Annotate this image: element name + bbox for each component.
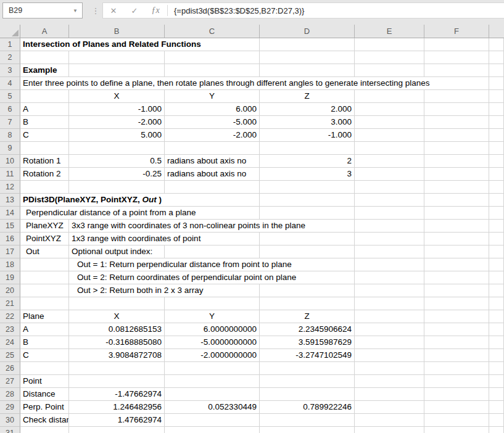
row-header-15[interactable]: 15 bbox=[0, 220, 20, 233]
row-header-21[interactable]: 21 bbox=[0, 297, 20, 310]
cell-B29[interactable]: 1.246482956 bbox=[69, 401, 165, 414]
cell-E25[interactable] bbox=[355, 349, 424, 362]
cell-G21[interactable] bbox=[489, 297, 504, 310]
cell-D1[interactable] bbox=[260, 38, 355, 51]
row-header-22[interactable]: 22 bbox=[0, 310, 20, 323]
cell-C25[interactable]: -2.0000000000 bbox=[165, 349, 260, 362]
cell-G24[interactable] bbox=[489, 336, 504, 349]
cell-B27[interactable] bbox=[69, 375, 165, 388]
cell-G7[interactable] bbox=[489, 116, 504, 129]
cell-A1[interactable]: Intersection of Planes and Related Funct… bbox=[20, 38, 260, 51]
cell-A10[interactable]: Rotation 1 bbox=[20, 155, 69, 168]
cell-D10[interactable]: 2 bbox=[260, 155, 355, 168]
cell-E30[interactable] bbox=[355, 414, 424, 427]
cell-F18[interactable] bbox=[424, 258, 489, 271]
cell-G14[interactable] bbox=[489, 207, 504, 220]
col-header-A[interactable]: A bbox=[20, 25, 69, 38]
cell-F20[interactable] bbox=[424, 284, 489, 297]
cell-F14[interactable] bbox=[424, 207, 489, 220]
cell-F2[interactable] bbox=[424, 51, 489, 64]
cell-C8[interactable]: -2.000 bbox=[165, 129, 260, 142]
cell-A12[interactable] bbox=[20, 181, 69, 194]
cell-G4[interactable] bbox=[489, 77, 504, 90]
cell-D6[interactable]: 2.000 bbox=[260, 103, 355, 116]
cell-D12[interactable] bbox=[260, 181, 355, 194]
cell-A27[interactable]: Point bbox=[20, 375, 69, 388]
formula-bar-drag-handle-icon[interactable]: ⋮ bbox=[91, 2, 100, 19]
cell-D13[interactable] bbox=[260, 194, 355, 207]
cell-A16[interactable]: PointXYZ bbox=[20, 233, 69, 245]
cell-C22[interactable]: Y bbox=[165, 310, 260, 323]
cell-E23[interactable] bbox=[355, 323, 424, 336]
cell-D22[interactable]: Z bbox=[260, 310, 355, 323]
cell-A29[interactable]: Perp. Point bbox=[20, 401, 69, 414]
cell-G6[interactable] bbox=[489, 103, 504, 116]
cell-A28[interactable]: Distance bbox=[20, 388, 69, 401]
cell-G1[interactable] bbox=[489, 38, 504, 51]
row-header-30[interactable]: 30 bbox=[0, 414, 20, 427]
cell-A25[interactable]: C bbox=[20, 349, 69, 362]
cell-G30[interactable] bbox=[489, 414, 504, 427]
cell-C5[interactable]: Y bbox=[165, 90, 260, 103]
cell-E2[interactable] bbox=[355, 51, 424, 64]
row-header-18[interactable]: 18 bbox=[0, 258, 20, 271]
cell-E12[interactable] bbox=[355, 181, 424, 194]
cell-B16[interactable]: 1x3 range with coordinates of point bbox=[69, 233, 260, 245]
cell-A13[interactable]: PDist3D(PlaneXYZ, PointXYZ, Out ) bbox=[20, 194, 260, 207]
cell-B10[interactable]: 0.5 bbox=[69, 155, 165, 168]
enter-icon[interactable]: ✓ bbox=[124, 6, 145, 15]
cell-G19[interactable] bbox=[489, 271, 504, 284]
row-header-1[interactable]: 1 bbox=[0, 38, 20, 51]
cell-D3[interactable] bbox=[260, 64, 355, 77]
cell-A3[interactable]: Example bbox=[20, 64, 69, 77]
col-header-B[interactable]: B bbox=[69, 25, 165, 38]
cell-D26[interactable] bbox=[260, 362, 355, 375]
cell-D31[interactable] bbox=[260, 427, 355, 433]
cell-G28[interactable] bbox=[489, 388, 504, 401]
cell-B23[interactable]: 0.0812685153 bbox=[69, 323, 165, 336]
cell-B6[interactable]: -1.000 bbox=[69, 103, 165, 116]
col-header-C[interactable]: C bbox=[165, 25, 260, 38]
cell-C3[interactable] bbox=[165, 64, 260, 77]
cell-F29[interactable] bbox=[424, 401, 489, 414]
row-header-8[interactable]: 8 bbox=[0, 129, 20, 142]
cell-A8[interactable]: C bbox=[20, 129, 69, 142]
cell-B22[interactable]: X bbox=[69, 310, 165, 323]
cell-F28[interactable] bbox=[424, 388, 489, 401]
row-header-12[interactable]: 12 bbox=[0, 181, 20, 194]
row-header-3[interactable]: 3 bbox=[0, 64, 20, 77]
cell-E14[interactable] bbox=[355, 207, 424, 220]
cell-B24[interactable]: -0.3168885080 bbox=[69, 336, 165, 349]
cell-A26[interactable] bbox=[20, 362, 69, 375]
cell-C17[interactable] bbox=[165, 245, 260, 258]
cell-B20[interactable]: Out > 2: Return both in 2 x 3 array bbox=[69, 284, 260, 297]
cell-B8[interactable]: 5.000 bbox=[69, 129, 165, 142]
cell-F11[interactable] bbox=[424, 168, 489, 181]
cell-D25[interactable]: -3.2747102549 bbox=[260, 349, 355, 362]
col-header-E[interactable]: E bbox=[355, 25, 424, 38]
cell-F1[interactable] bbox=[424, 38, 489, 51]
cell-G5[interactable] bbox=[489, 90, 504, 103]
cell-A22[interactable]: Plane bbox=[20, 310, 69, 323]
cancel-icon[interactable]: ✕ bbox=[103, 6, 124, 15]
cell-C12[interactable] bbox=[165, 181, 260, 194]
cell-G22[interactable] bbox=[489, 310, 504, 323]
cell-C9[interactable] bbox=[165, 142, 260, 155]
cell-G31[interactable] bbox=[489, 427, 504, 433]
cell-A11[interactable]: Rotation 2 bbox=[20, 168, 69, 181]
cell-D20[interactable] bbox=[260, 284, 355, 297]
cell-G3[interactable] bbox=[489, 64, 504, 77]
cell-G26[interactable] bbox=[489, 362, 504, 375]
cell-A5[interactable] bbox=[20, 90, 69, 103]
cell-B21[interactable] bbox=[69, 297, 165, 310]
cell-F17[interactable] bbox=[424, 245, 489, 258]
cell-B7[interactable]: -2.000 bbox=[69, 116, 165, 129]
cell-B9[interactable] bbox=[69, 142, 165, 155]
cell-G27[interactable] bbox=[489, 375, 504, 388]
cell-B18[interactable]: Out = 1: Return perpendicular distance f… bbox=[69, 258, 355, 271]
cell-E18[interactable] bbox=[355, 258, 424, 271]
cell-F8[interactable] bbox=[424, 129, 489, 142]
cell-E27[interactable] bbox=[355, 375, 424, 388]
cell-F3[interactable] bbox=[424, 64, 489, 77]
cell-E28[interactable] bbox=[355, 388, 424, 401]
